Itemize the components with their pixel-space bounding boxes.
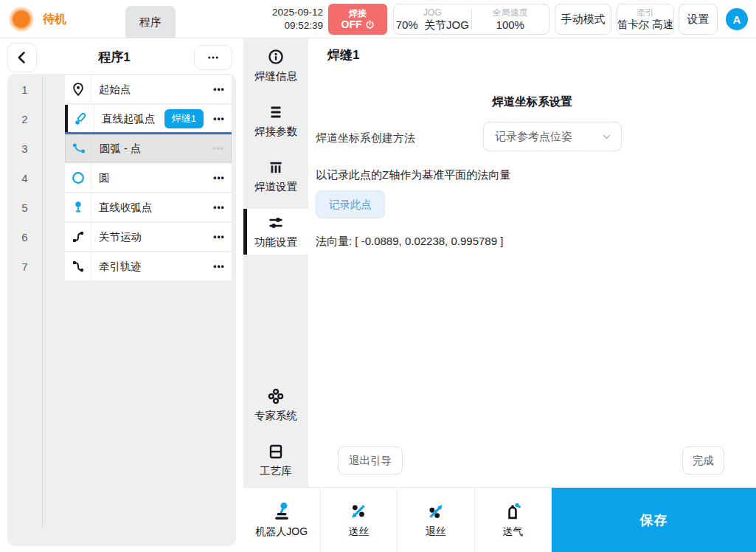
step-label: 圆 bbox=[91, 171, 207, 185]
method-label: 焊道坐标系创建方法 bbox=[316, 131, 415, 145]
step-row-traction-track[interactable]: 牵引轨迹 ••• bbox=[65, 252, 232, 280]
program-step-list: 1 2 3 4 5 6 7 起始点 ••• 直线起弧点 焊缝1 bbox=[7, 74, 236, 546]
manual-mode-button[interactable]: 手动模式 bbox=[555, 4, 611, 35]
status-label: 待机 bbox=[43, 12, 66, 27]
save-button[interactable]: 保存 bbox=[552, 488, 756, 552]
row-menu-icon[interactable]: ••• bbox=[207, 84, 232, 94]
step-label: 圆弧 - 点 bbox=[92, 142, 206, 156]
nav-bead-settings[interactable]: 焊道设置 bbox=[243, 153, 308, 199]
jog-value: 70% bbox=[396, 18, 418, 31]
jog-speed-group: JOG 70% 关节JOG 全局速度 100% bbox=[393, 4, 549, 35]
nav-weld-info[interactable]: 焊缝信息 bbox=[243, 43, 308, 89]
row-number: 6 bbox=[7, 223, 42, 251]
nav-process-library[interactable]: 工艺库 bbox=[243, 438, 308, 483]
arc-point-icon bbox=[66, 134, 92, 162]
program-panel: 程序1 1 2 3 4 5 6 7 起始点 ••• bbox=[0, 38, 243, 552]
coord-method-select[interactable]: 记录参考点位姿 bbox=[483, 122, 622, 151]
row-menu-icon[interactable]: ••• bbox=[207, 202, 232, 213]
step-label: 起始点 bbox=[91, 83, 207, 97]
traction-track-icon bbox=[65, 252, 91, 280]
global-speed-control[interactable]: 全局速度 100% bbox=[472, 4, 549, 34]
gutter-divider bbox=[42, 77, 43, 528]
jog-mode-control[interactable]: JOG 70% 关节JOG bbox=[394, 4, 471, 34]
main-panel: 焊缝1 焊道坐标系设置 焊道坐标系创建方法 记录参考点位姿 以记录此点的Z轴作为… bbox=[308, 38, 756, 487]
bb-label: 退丝 bbox=[426, 525, 446, 539]
gas-feed-button[interactable]: 送气 bbox=[475, 488, 552, 552]
done-button[interactable]: 完成 bbox=[682, 446, 724, 475]
nav-label: 焊道设置 bbox=[254, 180, 297, 194]
row-number: 4 bbox=[7, 164, 42, 192]
robot-jog-button[interactable]: 机器人JOG bbox=[243, 488, 321, 552]
nav-label: 专家系统 bbox=[254, 409, 297, 423]
power-icon bbox=[365, 20, 375, 30]
row-number: 1 bbox=[7, 75, 42, 103]
arc-start-icon bbox=[68, 105, 94, 133]
normal-vector-value: 法向量: [ -0.0889, 0.02238, 0.995789 ] bbox=[316, 235, 503, 249]
program-menu-button[interactable] bbox=[194, 45, 232, 70]
row-number: 2 bbox=[7, 105, 42, 133]
more-options-icon bbox=[207, 51, 220, 64]
record-point-button[interactable]: 记录此点 bbox=[316, 190, 385, 218]
row-menu-icon[interactable]: ••• bbox=[207, 261, 232, 272]
bb-label: 机器人JOG bbox=[255, 525, 308, 539]
app-root: 待机 程序 2025-09-12 09:52:39 焊接 OFF JOG 70%… bbox=[0, 0, 756, 552]
nav-label: 焊缝信息 bbox=[254, 69, 297, 83]
nav-weld-params[interactable]: 焊接参数 bbox=[243, 98, 308, 144]
nav-expert-system[interactable]: 专家系统 bbox=[243, 382, 308, 428]
wire-retract-icon bbox=[426, 501, 446, 522]
topbar: 待机 程序 2025-09-12 09:52:39 焊接 OFF JOG 70%… bbox=[0, 0, 756, 38]
traction-mode-control[interactable]: 牵引 笛卡尔 高速 bbox=[617, 4, 674, 35]
arc-end-icon bbox=[65, 193, 91, 221]
exit-guide-button[interactable]: 退出引导 bbox=[338, 446, 403, 475]
step-row-line-arc-start[interactable]: 直线起弧点 焊缝1 ••• bbox=[65, 105, 232, 133]
info-icon bbox=[267, 48, 285, 66]
list-bars-icon bbox=[267, 103, 285, 121]
step-row-arc-point[interactable]: 圆弧 - 点 ••• bbox=[65, 134, 232, 162]
step-label: 牵引轨迹 bbox=[91, 260, 207, 274]
wire-feed-button[interactable]: 送丝 bbox=[321, 488, 398, 552]
insert-position-indicator bbox=[65, 132, 232, 134]
bb-label: 送丝 bbox=[348, 525, 369, 539]
chevron-left-icon bbox=[15, 50, 30, 65]
wire-retract-button[interactable]: 退丝 bbox=[398, 488, 475, 552]
page-title: 焊缝1 bbox=[327, 46, 359, 63]
user-avatar[interactable]: A bbox=[726, 8, 748, 30]
step-row-joint-motion[interactable]: 关节运动 ••• bbox=[65, 223, 232, 251]
tab-program[interactable]: 程序 bbox=[125, 6, 176, 38]
nav-label: 焊接参数 bbox=[254, 125, 297, 139]
step-row-circle[interactable]: 圆 ••• bbox=[65, 164, 232, 192]
row-number: 5 bbox=[7, 193, 42, 221]
row-menu-icon[interactable]: ••• bbox=[207, 232, 232, 242]
bb-label: 送气 bbox=[502, 525, 523, 539]
gas-cylinder-icon bbox=[502, 501, 523, 522]
start-point-icon bbox=[65, 75, 91, 103]
joint-motion-icon bbox=[65, 223, 91, 251]
columns-icon bbox=[267, 159, 285, 176]
row-number: 3 bbox=[7, 134, 42, 162]
settings-button[interactable]: 设置 bbox=[679, 4, 718, 35]
joystick-icon bbox=[271, 501, 292, 522]
back-button[interactable] bbox=[7, 43, 37, 72]
row-menu-icon[interactable]: ••• bbox=[206, 143, 231, 153]
jog-mode: 关节JOG bbox=[424, 18, 469, 31]
weld-power-button[interactable]: 焊接 OFF bbox=[328, 4, 387, 35]
datetime: 2025-09-12 09:52:39 bbox=[257, 6, 323, 32]
row-menu-icon[interactable]: ••• bbox=[207, 114, 232, 124]
step-label: 关节运动 bbox=[91, 230, 207, 244]
nav-label: 功能设置 bbox=[254, 235, 297, 249]
standby-status-icon bbox=[9, 7, 34, 32]
step-row-line-arc-end[interactable]: 直线收弧点 ••• bbox=[65, 193, 232, 221]
row-number: 7 bbox=[7, 252, 42, 280]
sliders-icon bbox=[267, 214, 285, 232]
node-cluster-icon bbox=[267, 387, 285, 405]
section-title: 焊道坐标系设置 bbox=[308, 94, 756, 110]
active-indicator-bar bbox=[243, 209, 247, 255]
weld-seam-badge[interactable]: 焊缝1 bbox=[164, 109, 204, 128]
weld-power-state: OFF bbox=[341, 18, 362, 31]
step-row-start-point[interactable]: 起始点 ••• bbox=[65, 75, 232, 103]
row-menu-icon[interactable]: ••• bbox=[207, 173, 232, 183]
global-speed-value: 100% bbox=[496, 18, 524, 32]
z-axis-hint: 以记录此点的Z轴作为基准平面的法向量 bbox=[316, 168, 510, 182]
nav-function-settings[interactable]: 功能设置 bbox=[243, 209, 308, 255]
traction-value: 笛卡尔 高速 bbox=[617, 18, 674, 32]
